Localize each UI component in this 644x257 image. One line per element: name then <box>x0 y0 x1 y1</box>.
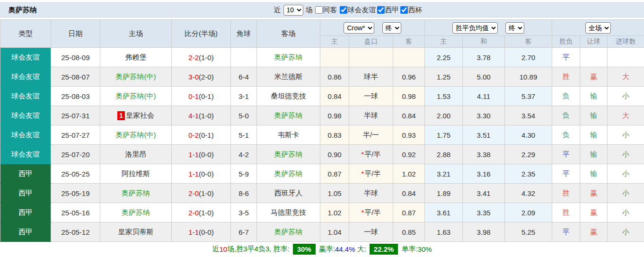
same-away-toggle[interactable]: 同客 <box>315 6 337 15</box>
full-time-score: 0-1 <box>188 92 199 100</box>
handicap-result-cell: 输 <box>580 87 608 106</box>
avg-home-cell: 1.25 <box>425 67 463 87</box>
home-team-cell: 奥萨苏纳 <box>100 203 172 222</box>
date-cell: 25-07-31 <box>51 106 100 125</box>
sub-header-handicap: 盘口 <box>349 36 393 48</box>
avg-home-cell: 1.63 <box>425 222 463 242</box>
handicap-result-cell: 赢 <box>580 184 608 203</box>
sub-header-avg-home: 主 <box>425 36 463 48</box>
avg-draw-cell: 3.35 <box>463 203 505 222</box>
odds-source-select[interactable]: Crow* <box>344 22 374 34</box>
league-filter-0[interactable]: 球会友谊 <box>340 6 376 15</box>
avg-time-select[interactable]: 终 <box>505 22 524 34</box>
col-header-type: 类型 <box>0 20 51 48</box>
goals-cell <box>608 48 644 67</box>
goals-cell: 大 <box>608 106 644 125</box>
avg-away-cell: 10.89 <box>505 67 552 87</box>
avg-home-cell: 1.89 <box>425 184 463 203</box>
home-team-name: 奥萨苏纳 <box>122 208 150 216</box>
single-pct-value: 30% <box>418 245 432 253</box>
league-filter-checkbox[interactable] <box>377 6 385 14</box>
goals-cell: 小 <box>608 87 644 106</box>
sub-header-avg-draw: 和 <box>463 36 505 48</box>
away-team-name: 米兰德斯 <box>274 72 303 80</box>
avg-away-cell: 2.70 <box>505 48 552 67</box>
league-filter-checkbox[interactable] <box>340 6 347 14</box>
home-team-name: 奥萨苏纳(中) <box>116 92 156 100</box>
avg-away-cell: 4.30 <box>505 125 552 145</box>
home-odds-cell: 1.05 <box>320 184 349 203</box>
half-time-score: (1-0) <box>199 209 214 217</box>
league-cell: 球会友谊 <box>0 87 51 106</box>
result-cell: 负 <box>552 87 580 106</box>
col-header-away: 客场 <box>257 20 320 48</box>
handicap-result-cell: 输 <box>580 125 608 145</box>
league-filter-1[interactable]: 西甲 <box>377 6 399 15</box>
table-row: 西甲25-05-25阿拉维斯1-1(0-0)5-9奥萨苏纳0.87*平/半1.0… <box>0 164 644 184</box>
goals-cell: 小 <box>608 184 644 203</box>
result-cell: 平 <box>552 48 580 67</box>
home-team-cell: 奥萨苏纳 <box>100 184 172 203</box>
full-time-score: 1-1 <box>188 228 199 236</box>
avg-draw-cell: 3.78 <box>463 48 505 67</box>
home-odds-cell: 1.04 <box>320 222 349 242</box>
col-header-score: 比分(半场) <box>172 20 231 48</box>
table-row: 球会友谊25-07-311皇家社会4-1(1-0)5-0奥萨苏纳0.98半球0.… <box>0 106 644 125</box>
away-team-cell: 西班牙人 <box>257 184 320 203</box>
avg-home-cell: 2.25 <box>425 48 463 67</box>
win-pct-label: 赢率: <box>319 245 335 254</box>
avg-group-header: 胜平负均值 终 <box>425 20 552 36</box>
goals-cell: 小 <box>608 145 644 164</box>
league-cell: 球会友谊 <box>0 48 51 67</box>
full-time-score: 4-1 <box>188 112 199 120</box>
away-team-name: 奥萨苏纳 <box>274 150 303 158</box>
goals-cell: 小 <box>608 125 644 145</box>
home-odds-cell: 1.02 <box>320 203 349 222</box>
result-cell: 胜 <box>552 203 580 222</box>
scope-group-header: 全场 <box>552 20 644 36</box>
table-row: 球会友谊25-08-09弗赖堡2-2(1-0)奥萨苏纳2.253.782.70平 <box>0 48 644 67</box>
avg-home-cell: 3.21 <box>425 164 463 184</box>
scope-select[interactable]: 全场 <box>585 22 611 34</box>
handicap-result-cell: 输 <box>580 164 608 184</box>
league-filter-2[interactable]: 西杯 <box>400 6 423 15</box>
league-cell: 球会友谊 <box>0 67 51 87</box>
league-cell: 球会友谊 <box>0 125 51 145</box>
table-row: 球会友谊25-07-20洛里昂1-1(0-0)4-2奥萨苏纳0.90*平/半0.… <box>0 145 644 164</box>
handicap-cell: 半/一 <box>349 125 393 145</box>
league-filter-label: 西甲 <box>385 6 399 15</box>
same-away-checkbox[interactable] <box>315 6 323 14</box>
league-filter-checkbox[interactable] <box>400 6 408 14</box>
corner-cell: 3-5 <box>231 203 257 222</box>
league-cell: 西甲 <box>0 203 51 222</box>
result-cell: 胜 <box>552 184 580 203</box>
sub-header-handicap-res: 让球 <box>580 36 608 48</box>
full-time-score: 2-0 <box>188 209 199 217</box>
away-team-cell: 奥萨苏纳 <box>257 48 320 67</box>
avg-source-select[interactable]: 胜平负均值 <box>452 22 498 34</box>
score-cell: 0-1(0-1) <box>172 87 231 106</box>
home-team-cell: 洛里昂 <box>100 145 172 164</box>
near-label: 近 <box>274 6 281 15</box>
corner-cell: 5-0 <box>231 106 257 125</box>
home-team-name: 奥萨苏纳 <box>122 189 150 197</box>
star-marker: * <box>361 208 364 216</box>
handicap-cell: *平/半 <box>349 145 393 164</box>
home-odds-cell: 0.90 <box>320 145 349 164</box>
avg-away-cell: 3.54 <box>505 106 552 125</box>
handicap-result-cell: 输 <box>580 145 608 164</box>
odds-time-select[interactable]: 终 <box>382 22 401 34</box>
home-team-name: 皇家社会 <box>126 111 154 119</box>
handicap-result-cell <box>580 48 608 67</box>
full-time-score: 0-2 <box>188 131 199 139</box>
half-time-score: (1-0) <box>199 112 214 120</box>
home-team-name: 奥萨苏纳(中) <box>116 131 156 139</box>
match-count-select[interactable]: 10 <box>283 5 303 16</box>
table-row: 西甲25-05-16奥萨苏纳2-0(1-0)3-5马德里竞技1.02*平/半0.… <box>0 203 644 222</box>
result-cell: 胜 <box>552 67 580 87</box>
date-cell: 25-08-07 <box>51 67 100 87</box>
away-odds-cell: 1.02 <box>393 164 425 184</box>
half-time-score: (0-0) <box>199 151 214 159</box>
away-team-name: 奥萨苏纳 <box>274 53 303 61</box>
sub-header-avg-away: 客 <box>505 36 552 48</box>
